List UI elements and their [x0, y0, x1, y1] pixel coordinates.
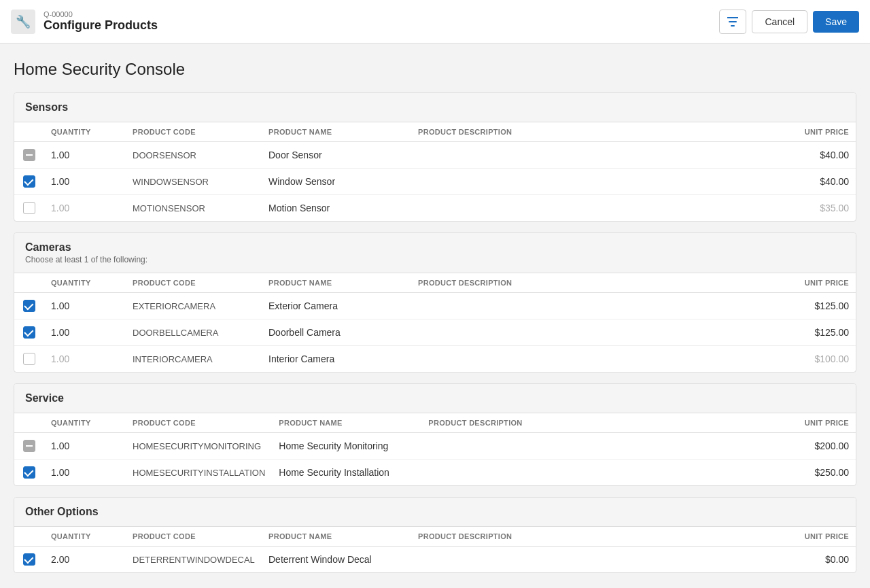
section-header-sensors: Sensors — [14, 93, 856, 122]
col-header-quantity: QUANTITY — [44, 413, 126, 433]
table-row: 1.00HOMESECURITYINSTALLATIONHome Securit… — [14, 460, 856, 486]
cell-unit-price: $200.00 — [774, 433, 856, 460]
col-header-product-name: PRODUCT NAME — [262, 527, 411, 547]
cell-quantity: 1.00 — [44, 319, 126, 346]
checkbox-sensors-0[interactable] — [23, 149, 35, 161]
table-row: 1.00DOORBELLCAMERADoorbell Camera$125.00 — [14, 319, 856, 346]
cell-quantity: 1.00 — [44, 433, 126, 460]
section-service: ServiceQUANTITYPRODUCT CODEPRODUCT NAMEP… — [14, 383, 856, 486]
checkbox-cameras-1[interactable] — [23, 326, 35, 339]
cell-product-description — [411, 346, 774, 373]
cell-quantity: 1.00 — [44, 142, 126, 169]
cell-product-description — [421, 460, 774, 486]
cell-product-name: Exterior Camera — [262, 293, 411, 319]
cell-product-code: DOORBELLCAMERA — [126, 319, 262, 346]
cell-product-description — [411, 319, 774, 346]
cell-product-description — [411, 547, 774, 573]
cell-product-name: Deterrent Window Decal — [262, 547, 411, 573]
col-header-check — [14, 527, 44, 547]
save-button[interactable]: Save — [813, 11, 859, 33]
sections-container: SensorsQUANTITYPRODUCT CODEPRODUCT NAMEP… — [14, 92, 856, 573]
col-header-product-code: PRODUCT CODE — [126, 273, 262, 293]
cell-quantity: 1.00 — [44, 195, 126, 222]
checkbox-sensors-2[interactable] — [23, 202, 35, 214]
cell-product-code: DETERRENTWINDOWDECAL — [126, 547, 262, 573]
section-title-sensors: Sensors — [25, 101, 845, 114]
section-other-options: Other OptionsQUANTITYPRODUCT CODEPRODUCT… — [14, 497, 856, 573]
header-actions: Cancel Save — [719, 10, 859, 34]
cell-unit-price: $125.00 — [774, 319, 856, 346]
cell-product-code: EXTERIORCAMERA — [126, 293, 262, 319]
col-header-product-code: PRODUCT CODE — [126, 413, 272, 433]
cell-product-code: MOTIONSENSOR — [126, 195, 262, 222]
header-title-block: Q-00000 Configure Products — [44, 10, 158, 33]
section-subtitle-cameras: Choose at least 1 of the following: — [25, 255, 845, 264]
col-header-check — [14, 413, 44, 433]
cell-unit-price: $40.00 — [774, 169, 856, 195]
cell-quantity: 1.00 — [44, 293, 126, 319]
col-header-product-description: PRODUCT DESCRIPTION — [411, 527, 774, 547]
table-sensors: QUANTITYPRODUCT CODEPRODUCT NAMEPRODUCT … — [14, 122, 856, 221]
cell-product-name: Window Sensor — [262, 169, 411, 195]
table-row: 1.00WINDOWSENSORWindow Sensor$40.00 — [14, 169, 856, 195]
table-row: 1.00HOMESECURITYMONITORINGHome Security … — [14, 433, 856, 460]
cell-product-name: Interior Camera — [262, 346, 411, 373]
col-header-unit-price: UNIT PRICE — [774, 122, 856, 142]
cell-product-description — [421, 433, 774, 460]
cell-product-name: Home Security Installation — [272, 460, 421, 486]
table-row: 1.00EXTERIORCAMERAExterior Camera$125.00 — [14, 293, 856, 319]
col-header-check — [14, 273, 44, 293]
app-icon: 🔧 — [11, 10, 35, 34]
checkbox-service-1[interactable] — [23, 466, 35, 479]
col-header-unit-price: UNIT PRICE — [774, 527, 856, 547]
cancel-button[interactable]: Cancel — [752, 10, 807, 33]
cell-product-description — [411, 195, 774, 222]
cell-quantity: 1.00 — [44, 460, 126, 486]
cell-product-description — [411, 169, 774, 195]
cell-product-name: Home Security Monitoring — [272, 433, 421, 460]
col-header-product-name: PRODUCT NAME — [262, 122, 411, 142]
table-cameras: QUANTITYPRODUCT CODEPRODUCT NAMEPRODUCT … — [14, 273, 856, 372]
table-row: 1.00MOTIONSENSORMotion Sensor$35.00 — [14, 195, 856, 222]
cell-unit-price: $35.00 — [774, 195, 856, 222]
cell-product-name: Door Sensor — [262, 142, 411, 169]
cell-quantity: 1.00 — [44, 169, 126, 195]
cell-product-description — [411, 142, 774, 169]
section-header-service: Service — [14, 384, 856, 413]
section-header-other-options: Other Options — [14, 498, 856, 527]
table-row: 1.00DOORSENSORDoor Sensor$40.00 — [14, 142, 856, 169]
col-header-quantity: QUANTITY — [44, 122, 126, 142]
section-sensors: SensorsQUANTITYPRODUCT CODEPRODUCT NAMEP… — [14, 92, 856, 222]
cell-product-description — [411, 293, 774, 319]
section-title-cameras: Cameras — [25, 241, 845, 254]
col-header-unit-price: UNIT PRICE — [774, 413, 856, 433]
table-row: 1.00INTERIORCAMERAInterior Camera$100.00 — [14, 346, 856, 373]
col-header-quantity: QUANTITY — [44, 273, 126, 293]
col-header-check — [14, 122, 44, 142]
app-header: 🔧 Q-00000 Configure Products Cancel Save — [0, 0, 870, 44]
header-left: 🔧 Q-00000 Configure Products — [11, 10, 158, 34]
section-cameras: CamerasChoose at least 1 of the followin… — [14, 232, 856, 373]
table-service: QUANTITYPRODUCT CODEPRODUCT NAMEPRODUCT … — [14, 413, 856, 485]
checkbox-sensors-1[interactable] — [23, 175, 35, 188]
cell-quantity: 1.00 — [44, 346, 126, 373]
page-content: Home Security Console SensorsQUANTITYPRO… — [0, 44, 870, 588]
cell-product-code: INTERIORCAMERA — [126, 346, 262, 373]
checkbox-other-options-0[interactable] — [23, 553, 35, 566]
checkbox-cameras-2[interactable] — [23, 353, 35, 365]
checkbox-service-0[interactable] — [23, 440, 35, 452]
table-row: 2.00DETERRENTWINDOWDECALDeterrent Window… — [14, 547, 856, 573]
col-header-product-description: PRODUCT DESCRIPTION — [411, 273, 774, 293]
cell-unit-price: $250.00 — [774, 460, 856, 486]
cell-unit-price: $40.00 — [774, 142, 856, 169]
table-other-options: QUANTITYPRODUCT CODEPRODUCT NAMEPRODUCT … — [14, 527, 856, 572]
cell-unit-price: $125.00 — [774, 293, 856, 319]
page-title: Home Security Console — [14, 60, 856, 79]
col-header-quantity: QUANTITY — [44, 527, 126, 547]
cell-unit-price: $100.00 — [774, 346, 856, 373]
cell-product-code: WINDOWSENSOR — [126, 169, 262, 195]
checkbox-cameras-0[interactable] — [23, 300, 35, 312]
col-header-product-description: PRODUCT DESCRIPTION — [421, 413, 774, 433]
filter-button[interactable] — [719, 10, 746, 34]
section-title-other-options: Other Options — [25, 506, 845, 518]
